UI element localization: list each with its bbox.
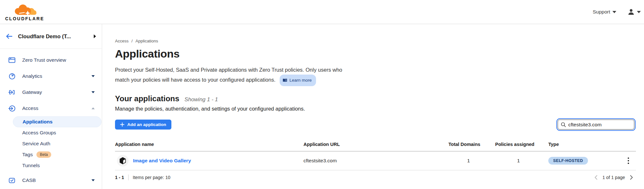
column-total-domains: Total Domains bbox=[448, 142, 495, 147]
cloudflare-logo[interactable]: CLOUDFLARE bbox=[5, 3, 44, 21]
sidebar-item-label: CASB bbox=[22, 177, 36, 183]
search-box bbox=[558, 120, 634, 130]
column-policies-assigned: Policies assigned bbox=[495, 142, 548, 147]
breadcrumb-applications[interactable]: Applications bbox=[136, 39, 158, 43]
kebab-icon bbox=[628, 157, 629, 164]
sidebar-item-tags[interactable]: Tags Beta bbox=[0, 149, 102, 160]
sidebar-item-analytics[interactable]: Analytics bbox=[0, 68, 102, 84]
footer-divider bbox=[128, 175, 129, 180]
chevron-left-icon bbox=[594, 175, 598, 180]
book-icon bbox=[283, 78, 287, 83]
chevron-down-icon[interactable] bbox=[91, 91, 95, 93]
sidebar-item-applications[interactable]: Applications bbox=[13, 116, 101, 127]
search-input[interactable] bbox=[566, 122, 634, 128]
casb-icon bbox=[8, 177, 15, 184]
next-page-button[interactable] bbox=[630, 175, 633, 180]
sidebar-item-label: Tunnels bbox=[22, 163, 40, 168]
sidebar-item-tunnels[interactable]: Tunnels bbox=[0, 160, 102, 171]
table-row: Image and Video Gallery cftestsite3.com … bbox=[115, 151, 636, 170]
page-description-line2: match your policies will have access to … bbox=[115, 77, 275, 83]
sidebar-item-label: Service Auth bbox=[22, 141, 50, 147]
row-menu-button[interactable] bbox=[620, 157, 636, 164]
page-description-line1: Protect your Self-Hosted, SaaS and Priva… bbox=[115, 67, 342, 73]
account-name[interactable]: Cloudflare Demo (T... bbox=[18, 33, 94, 40]
sidebar-item-label: Access Groups bbox=[22, 130, 56, 136]
chevron-down-icon[interactable] bbox=[91, 179, 95, 181]
sidebar-item-access-groups[interactable]: Access Groups bbox=[0, 127, 102, 138]
add-application-button[interactable]: Add an application bbox=[115, 120, 171, 130]
page-description: Protect your Self-Hosted, SaaS and Priva… bbox=[115, 65, 636, 86]
chevron-right-icon bbox=[630, 175, 633, 180]
support-menu[interactable]: Support bbox=[593, 9, 616, 15]
support-label: Support bbox=[593, 9, 610, 15]
sidebar-item-label: Applications bbox=[23, 119, 53, 125]
page-indicator: 1 of 1 page bbox=[602, 175, 625, 180]
section-title: Your applications bbox=[115, 94, 179, 103]
cloudflare-wordmark: CLOUDFLARE bbox=[5, 16, 44, 21]
cube-icon bbox=[119, 157, 126, 165]
showing-count: Showing 1 - 1 bbox=[185, 96, 218, 103]
table-header: Application name Application URL Total D… bbox=[115, 139, 636, 151]
breadcrumb-access[interactable]: Access bbox=[115, 39, 129, 43]
sidebar-item-service-auth[interactable]: Service Auth bbox=[0, 138, 102, 149]
chevron-up-icon[interactable] bbox=[91, 107, 95, 109]
sidebar-nav: Zero Trust overview Analytics bbox=[0, 49, 102, 188]
gateway-icon bbox=[8, 89, 15, 95]
table-footer: 1 - 1 Items per page: 10 1 of 1 page bbox=[115, 170, 636, 184]
main-content: Access / Applications Applications Prote… bbox=[102, 24, 644, 189]
applications-table: Application name Application URL Total D… bbox=[115, 139, 636, 184]
sidebar-item-casb[interactable]: CASB bbox=[0, 172, 102, 188]
page-title: Applications bbox=[115, 48, 636, 60]
range-label: 1 - 1 bbox=[115, 175, 124, 180]
access-subnav: Applications Access Groups Service Auth … bbox=[0, 116, 102, 171]
cloudflare-cloud-icon bbox=[9, 3, 40, 16]
chevron-right-icon[interactable] bbox=[94, 34, 96, 38]
total-domains-value: 1 bbox=[448, 158, 495, 164]
sidebar-item-access[interactable]: Access bbox=[0, 100, 102, 116]
access-icon bbox=[8, 105, 15, 112]
account-switcher: Cloudflare Demo (T... bbox=[0, 24, 102, 49]
application-avatar bbox=[117, 155, 129, 166]
plus-icon bbox=[120, 122, 124, 127]
user-menu[interactable] bbox=[627, 8, 641, 16]
chevron-down-icon bbox=[612, 11, 616, 13]
pager: 1 of 1 page bbox=[594, 175, 633, 180]
policies-assigned-value: 1 bbox=[495, 158, 548, 164]
previous-page-button[interactable] bbox=[594, 175, 598, 180]
column-type: Type bbox=[548, 142, 620, 147]
sidebar: Cloudflare Demo (T... Zero Trust overvie… bbox=[0, 24, 102, 189]
application-name-link[interactable]: Image and Video Gallery bbox=[133, 158, 191, 164]
overview-icon bbox=[8, 57, 15, 63]
learn-more-label: Learn more bbox=[290, 76, 312, 85]
column-application-url: Application URL bbox=[303, 142, 448, 147]
beta-badge: Beta bbox=[36, 151, 52, 158]
sidebar-item-label: Tags bbox=[22, 152, 33, 158]
breadcrumb-separator: / bbox=[131, 39, 133, 43]
sidebar-item-gateway[interactable]: Gateway bbox=[0, 84, 102, 100]
breadcrumb: Access / Applications bbox=[115, 39, 636, 43]
back-arrow-icon[interactable] bbox=[5, 33, 13, 40]
application-url: cftestsite3.com bbox=[303, 158, 448, 164]
chevron-down-icon[interactable] bbox=[91, 75, 95, 77]
learn-more-link[interactable]: Learn more bbox=[280, 75, 316, 86]
sidebar-item-label: Analytics bbox=[22, 73, 42, 79]
sidebar-item-label: Gateway bbox=[22, 89, 42, 95]
items-per-page[interactable]: Items per page: 10 bbox=[133, 175, 170, 180]
sidebar-item-label: Zero Trust overview bbox=[22, 57, 66, 63]
person-icon bbox=[627, 8, 635, 16]
sidebar-item-zero-trust-overview[interactable]: Zero Trust overview bbox=[0, 52, 102, 68]
search-icon bbox=[561, 122, 566, 127]
chevron-down-icon bbox=[637, 11, 641, 13]
column-application-name: Application name bbox=[115, 142, 303, 147]
sidebar-item-label: Access bbox=[22, 105, 38, 111]
analytics-icon bbox=[8, 73, 15, 80]
type-badge: SELF-HOSTED bbox=[548, 157, 588, 165]
add-application-label: Add an application bbox=[127, 122, 166, 127]
top-bar: CLOUDFLARE Support bbox=[0, 0, 644, 24]
toolbar: Add an application bbox=[115, 120, 636, 130]
section-subtitle: Manage the policies, authentication, and… bbox=[115, 106, 636, 112]
